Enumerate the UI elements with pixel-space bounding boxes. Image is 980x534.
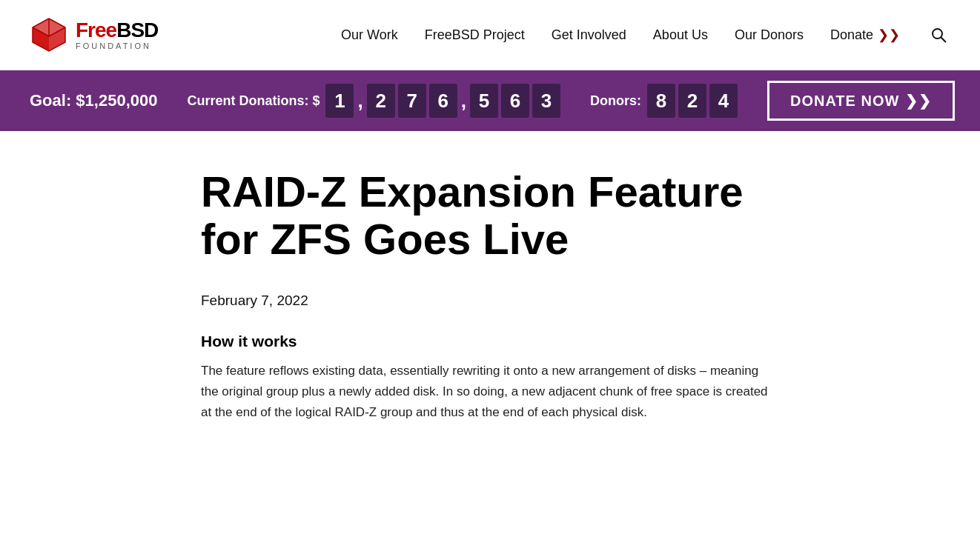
logo-foundation-label: FOUNDATION xyxy=(76,42,158,50)
current-donations: Current Donations: $ 1 , 2 7 6 , 5 6 3 xyxy=(187,84,560,118)
search-button[interactable] xyxy=(927,23,950,47)
donor-digit-3: 4 xyxy=(709,84,738,118)
donors-label: Donors: xyxy=(590,93,641,109)
nav-item-donate[interactable]: Donate ❯❯ xyxy=(830,27,900,43)
article-body: The feature reflows existing data, essen… xyxy=(201,361,779,423)
donate-now-label: DONATE NOW xyxy=(790,93,899,110)
sep-1: , xyxy=(357,90,362,113)
current-donations-label: Current Donations: $ xyxy=(187,93,320,109)
digit-3: 7 xyxy=(398,84,426,118)
article-date: February 7, 2022 xyxy=(201,293,779,309)
freebsd-logo-icon xyxy=(30,16,68,54)
digit-2: 2 xyxy=(367,84,395,118)
logo-text: FreeBSD FOUNDATION xyxy=(76,20,158,50)
digit-4: 6 xyxy=(429,84,457,118)
search-icon xyxy=(930,26,947,44)
donor-digit-2: 2 xyxy=(678,84,706,118)
main-content: RAID-Z Expansion Feature for ZFS Goes Li… xyxy=(156,131,824,453)
logo-link[interactable]: FreeBSD FOUNDATION xyxy=(30,16,158,54)
main-nav: Our Work FreeBSD Project Get Involved Ab… xyxy=(341,23,950,47)
svg-line-8 xyxy=(941,38,947,43)
goal-label: Goal: $1,250,000 xyxy=(30,91,157,110)
donor-digit-1: 8 xyxy=(647,84,675,118)
donation-banner: Goal: $1,250,000 Current Donations: $ 1 … xyxy=(0,70,980,131)
donate-label: Donate xyxy=(830,27,873,43)
sep-2: , xyxy=(461,90,466,113)
nav-item-our-donors[interactable]: Our Donors xyxy=(735,27,804,43)
donate-arrows-icon: ❯❯ xyxy=(878,27,900,43)
donate-now-button[interactable]: DONATE NOW ❯❯ xyxy=(767,81,955,121)
digit-5: 5 xyxy=(470,84,498,118)
digit-1: 1 xyxy=(325,84,354,118)
logo-name: FreeBSD xyxy=(76,20,158,41)
donors-count: Donors: 8 2 4 xyxy=(590,84,738,118)
digit-7: 3 xyxy=(532,84,560,118)
nav-item-get-involved[interactable]: Get Involved xyxy=(552,27,626,43)
nav-item-about-us[interactable]: About Us xyxy=(653,27,708,43)
section-title: How it works xyxy=(201,333,779,350)
donate-now-arrows-icon: ❯❯ xyxy=(905,92,932,110)
svg-point-7 xyxy=(933,29,942,39)
site-header: FreeBSD FOUNDATION Our Work FreeBSD Proj… xyxy=(0,0,980,70)
digit-6: 6 xyxy=(501,84,529,118)
nav-item-our-work[interactable]: Our Work xyxy=(341,27,398,43)
article-title: RAID-Z Expansion Feature for ZFS Goes Li… xyxy=(201,168,779,263)
nav-item-freebsd-project[interactable]: FreeBSD Project xyxy=(425,27,525,43)
